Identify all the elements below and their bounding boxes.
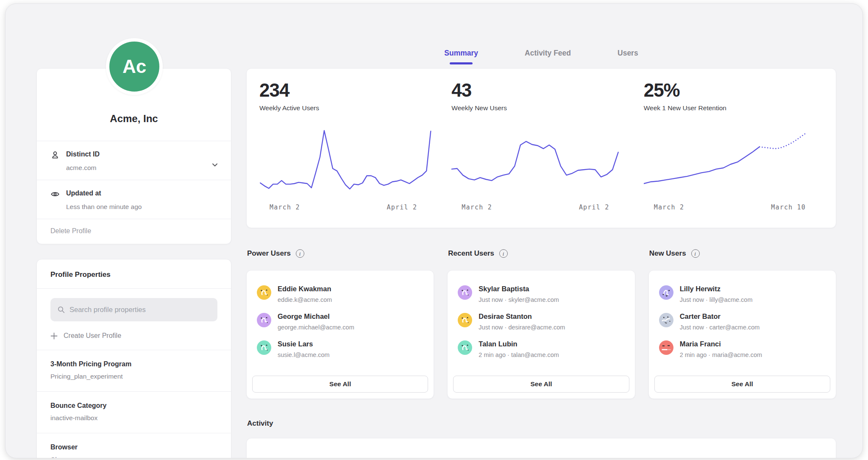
see-all-button[interactable]: See All [453,376,629,393]
user-detail: 2 min ago · talan@acme.com [479,351,559,359]
user-row[interactable]: Maria Franci 2 min ago · maria@acme.com [659,340,826,359]
user-avatar [458,313,472,327]
user-detail: Just now · desirare@acme.com [479,323,565,331]
company-avatar: Ac [106,38,163,95]
user-avatar [257,313,271,327]
field-row-updated-at: Updated at Less than one minute ago [37,180,231,219]
week1-retention-sparkline [644,126,823,194]
user-row[interactable]: Lilly Herwitz Just now · lilly@acme.com [659,284,826,304]
user-detail: susie.l@acme.com [278,351,330,359]
property-item[interactable]: 3-Month Pricing Program Pricing_plan_exp… [37,350,231,391]
user-name: Lilly Herwitz [680,284,753,293]
see-all-button[interactable]: See All [252,376,428,393]
user-avatar [458,340,472,355]
see-all-button[interactable]: See All [654,376,830,393]
search-icon [57,306,65,314]
new-users-section: New Users Lilly Herwitz Just now [648,248,836,399]
user-row[interactable]: Susie Lars susie.l@acme.com [257,340,423,359]
app-frame: Ac Acme, Inc Distinct ID acme.com [5,3,863,458]
info-icon[interactable] [691,249,700,258]
activity-stat-value: 234 [259,456,439,458]
user-row[interactable]: Eddie Kwakman eddie.k@acme.com [257,284,423,304]
property-item[interactable]: Bounce Category inactive-mailbox [37,392,231,433]
new-users-card: Lilly Herwitz Just now · lilly@acme.com [648,270,836,399]
user-name: Talan Lubin [479,340,559,348]
eye-icon [50,190,60,199]
main-content: Summary Activity Feed Users 234 Weekly A… [246,4,836,458]
section-header: Recent Users [447,248,635,259]
x-axis-label: March 10 [771,204,806,211]
property-value: inactive-mailbox [50,414,217,422]
user-name: Susie Lars [278,340,330,348]
info-icon[interactable] [499,249,508,258]
field-value: Less than one minute ago [66,203,218,211]
activity-card: 234 240 3.4k [246,438,836,458]
user-avatar [458,285,472,300]
user-sections: Power Users Eddie Kwakman eddie.k [246,248,836,399]
company-avatar-initials: Ac [109,42,159,92]
activity-header: Activity [246,419,836,429]
user-name: Eddie Kwakman [278,284,332,293]
user-row[interactable]: Talan Lubin 2 min ago · talan@acme.com [458,340,624,359]
stat-label: Weekly Active Users [259,104,439,112]
user-avatar [257,285,271,300]
profile-properties-search[interactable] [50,298,217,321]
power-users-section: Power Users Eddie Kwakman eddie.k [246,248,434,399]
property-label: Browser [50,443,217,451]
recent-users-section: Recent Users Skylar Baptista Just [447,248,635,399]
user-detail: 2 min ago · maria@acme.com [680,351,762,359]
profile-properties-card: Profile Properties Create User Profile 3… [36,259,231,458]
x-axis-label: March 2 [270,204,300,211]
property-value: Chrome [50,456,217,458]
create-user-profile-label: Create User Profile [64,332,121,340]
user-name: Desirae Stanton [479,312,565,321]
chevron-down-icon[interactable] [211,161,219,169]
property-item[interactable]: Browser Chrome [37,433,231,458]
weekly-active-users-sparkline [259,126,439,194]
tab-bar: Summary Activity Feed Users [246,49,836,67]
user-row[interactable]: Skylar Baptista Just now · skyler@acme.c… [458,284,624,304]
user-detail: eddie.k@acme.com [278,296,332,304]
activity-stat-value: 3.4k [644,456,823,458]
property-label: Bounce Category [50,402,217,410]
section-title: Power Users [247,249,291,258]
create-user-profile-button[interactable]: Create User Profile [50,332,217,340]
stat-weekly-new-users: 43 Weekly New Users March 2 April 2 [451,81,631,228]
x-axis-label: March 2 [654,204,684,211]
stat-label: Week 1 New User Retention [644,104,823,112]
tab-activity-feed[interactable]: Activity Feed [525,49,571,64]
user-name: Carter Bator [680,312,760,321]
stat-value: 234 [259,81,439,100]
user-detail: Just now · skyler@acme.com [479,296,559,304]
x-axis: March 2 April 2 [259,204,439,212]
user-row[interactable]: Desirae Stanton Just now · desirare@acme… [458,312,624,331]
stat-value: 25% [644,81,823,100]
summary-card: 234 Weekly Active Users March 2 April 2 … [246,68,836,228]
user-row[interactable]: Carter Bator Just now · carter@acme.com [659,312,826,331]
field-value: acme.com [66,164,218,172]
user-detail: Just now · carter@acme.com [680,323,760,331]
stat-label: Weekly New Users [451,104,631,112]
tab-users[interactable]: Users [618,49,638,64]
profile-properties-title: Profile Properties [37,259,231,288]
user-avatar [257,340,271,355]
activity-title: Activity [247,419,273,427]
info-icon[interactable] [296,249,304,258]
property-value: Pricing_plan_experiment [50,373,217,380]
person-icon [50,151,60,160]
profile-sidebar: Ac Acme, Inc Distinct ID acme.com [36,4,231,458]
user-row[interactable]: George Michael george.michael@acme.com [257,312,423,331]
stat-value: 43 [451,81,631,100]
section-header: New Users [648,248,836,259]
user-avatar [659,285,673,300]
x-axis: March 2 April 2 [451,204,631,212]
delete-profile-row: Delete Profile [37,219,231,244]
tab-summary[interactable]: Summary [444,49,478,64]
user-name: George Michael [278,312,354,321]
field-row-distinct-id: Distinct ID acme.com [37,141,231,180]
delete-profile-button[interactable]: Delete Profile [50,227,91,234]
search-input[interactable] [70,306,211,314]
x-axis-label: March 2 [462,204,492,211]
user-name: Skylar Baptista [479,284,559,293]
recent-users-card: Skylar Baptista Just now · skyler@acme.c… [447,270,635,399]
